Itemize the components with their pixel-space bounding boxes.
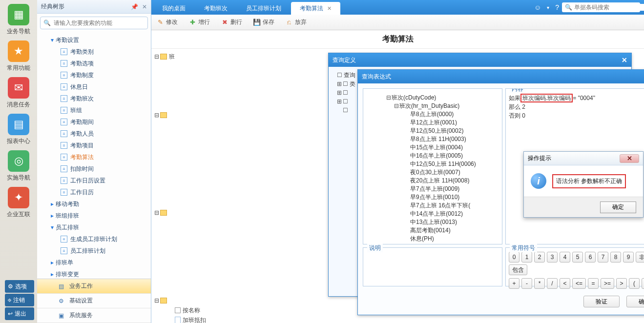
schema-leaf[interactable]: 中16点半上班(0005) [366,152,499,160]
symbol-button[interactable]: 6 [585,252,596,262]
close-button[interactable]: ✕ [620,154,639,163]
tree-node-mobile[interactable]: ▸移动考勤 [37,198,151,210]
symbol-button[interactable]: > [616,278,627,289]
symbol-button[interactable]: 3 [547,252,558,262]
tree-leaf[interactable]: ≡考勤制度 [37,69,151,81]
ok-button[interactable]: 确定 [626,296,644,307]
rail-item-enterprise[interactable]: ✦企业互联 [3,187,34,219]
symbol-button[interactable]: 包含 [509,264,527,275]
symbol-button[interactable]: 非 [636,252,644,262]
tree-leaf[interactable]: ≡考勤人员 [37,128,151,140]
tree-leaf[interactable]: ≡考勤期间 [37,116,151,128]
schema-leaf[interactable]: 中14点半上班(0012) [366,210,499,218]
background-tree[interactable]: ⊟班 ⊟ ⊟ ⊟ 按名称 加班抵扣 结算抵扣 [154,52,301,323]
close-icon[interactable]: ✕ [622,56,627,64]
tree-node-group-schedule[interactable]: ▸班组排班 [37,210,151,222]
rail-logout[interactable]: ⎆注销 [5,294,34,306]
tab-desktop[interactable]: 我的桌面 [153,2,194,15]
rail-item-biznav[interactable]: ▦业务导航 [3,4,34,36]
symbol-button[interactable]: = [588,278,599,289]
symbol-button[interactable]: + [509,278,519,289]
tree-leaf[interactable]: ≡考勤选项 [37,58,151,69]
schema-leaf[interactable]: 中15点半上班(0004) [366,143,499,152]
schema-leaf[interactable]: 中12点50上班 11H(0006) [366,160,499,168]
close-icon[interactable]: ✕ [142,3,147,10]
symbol-button[interactable]: 8 [610,252,621,262]
verify-button[interactable]: 验证 [583,296,620,307]
tab-shift[interactable]: 考勤班次 [195,2,236,15]
pin-icon[interactable]: 📌 [131,3,138,10]
dialog-header[interactable]: 查询表达式✕ [358,70,644,83]
symbol-button[interactable]: 5 [572,252,583,262]
schema-leaf[interactable]: 早9点半上班(0010) [366,193,499,202]
schema-leaf[interactable]: 夜0点30上班(0007) [366,168,499,177]
symbol-button[interactable]: >= [601,278,614,289]
message-header[interactable]: 操作提示✕ [524,152,643,165]
schema-leaf[interactable]: 早8点上班(0000) [366,110,499,119]
schema-leaf[interactable]: 早7点半上班(0009) [366,185,499,193]
toolbar-discard[interactable]: ⎌放弃 [285,18,307,26]
symbol-button[interactable]: <= [572,278,586,289]
tree-node-emp-schedule[interactable]: ▾员工排班 [37,222,151,233]
tree-node-schedule-change[interactable]: ▸排班变更 [37,268,151,279]
rail-options[interactable]: ⚙选项 [5,280,34,293]
tree-leaf[interactable]: ≡工作日历 [37,186,151,198]
rail-item-messages[interactable]: ✉消息任务 [3,77,34,109]
symbol-button[interactable]: ) [642,278,644,289]
bottom-tab-system[interactable]: ▣系统服务 [37,308,151,323]
tree-leaf-gen-schedule[interactable]: ≡生成员工排班计划 [37,233,151,245]
bottom-tab-basic[interactable]: ⚙基础设置 [37,294,151,308]
tree-leaf[interactable]: ≡考勤项目 [37,140,151,151]
schema-leaf[interactable]: 早7点上班 16点半下班( [366,202,499,210]
symbol-button[interactable]: 4 [560,252,570,262]
symbol-button[interactable]: ( [629,278,640,289]
toolbar-add-row[interactable]: ✚增行 [188,18,210,26]
tree-node-attendance-settings[interactable]: ▾考勤设置 [37,34,151,46]
rail-exit[interactable]: ↩退出 [5,307,34,320]
schema-leaf[interactable]: 高层考勤(0014) [366,226,499,235]
tree-leaf-emp-schedule[interactable]: ≡员工排班计划 [37,245,151,257]
symbol-button[interactable]: < [560,278,570,289]
toolbar-edit[interactable]: ✎修改 [156,18,178,26]
nav-tree[interactable]: ▾考勤设置 ≡考勤类别≡考勤选项≡考勤制度≡休息日≡考勤班次≡班组≡考勤期间≡考… [37,32,151,279]
rail-item-implement[interactable]: ◎实施导航 [3,150,34,182]
tree-leaf[interactable]: ≡扣除时间 [37,163,151,175]
toolbar-del-row[interactable]: ✖删行 [221,18,242,26]
schema-leaf[interactable]: 中13点上班(0013) [366,218,499,226]
schema-tree[interactable]: ⊟班次(cDutyCode) ⊟班次(hr_tm_DutyBasic) 早8点上… [363,88,502,244]
symbol-button[interactable]: * [534,278,545,289]
symbol-button[interactable]: - [521,278,532,289]
ok-button[interactable]: 确定 [600,202,636,213]
tree-leaf[interactable]: ≡休息日 [37,81,151,93]
tree-leaf[interactable]: ≡班组 [37,104,151,116]
close-icon[interactable]: ✕ [327,5,332,12]
schema-leaf[interactable]: 早8点上班 11H(0003) [366,135,499,143]
smiley-icon[interactable]: ☺ [534,3,541,11]
help-icon[interactable]: ? [555,3,559,11]
symbol-button[interactable]: 7 [598,252,608,262]
symbol-button[interactable]: 9 [623,252,634,262]
symbol-button[interactable]: 2 [534,252,545,262]
checkbox[interactable] [175,307,181,313]
tree-node-schedule-bill[interactable]: ▸排班单 [37,257,151,268]
rail-item-reports[interactable]: ▤报表中心 [3,114,34,145]
barcode-search-input[interactable] [574,4,644,11]
tree-leaf[interactable]: ≡考勤算法 [37,151,151,163]
dialog-header[interactable]: 查询定义✕ [329,53,631,67]
chevron-down-icon[interactable]: ▾ [547,5,549,10]
schema-leaf[interactable]: 夜20点上班 11H(0008) [366,177,499,185]
rail-item-favorites[interactable]: ★常用功能 [3,40,34,72]
tab-algorithm[interactable]: 考勤算法✕ [291,2,340,15]
toolbar-save[interactable]: 💾保存 [253,18,274,26]
tab-plan[interactable]: 员工排班计划 [237,2,290,15]
symbol-button[interactable]: 0 [509,252,519,262]
tree-leaf[interactable]: ≡考勤班次 [37,93,151,104]
tree-leaf[interactable]: ≡考勤类别 [37,46,151,58]
tree-leaf[interactable]: ≡工作日历设置 [37,175,151,186]
schema-leaf[interactable]: 休息(PH) [366,235,499,243]
tree-search-input[interactable] [54,20,145,26]
schema-leaf[interactable]: 早12点50上班(0002) [366,127,499,135]
bottom-tab-work[interactable]: ▤业务工作 [37,279,151,294]
schema-leaf[interactable]: 早12点上班(0001) [366,119,499,127]
symbol-button[interactable]: / [547,278,558,289]
